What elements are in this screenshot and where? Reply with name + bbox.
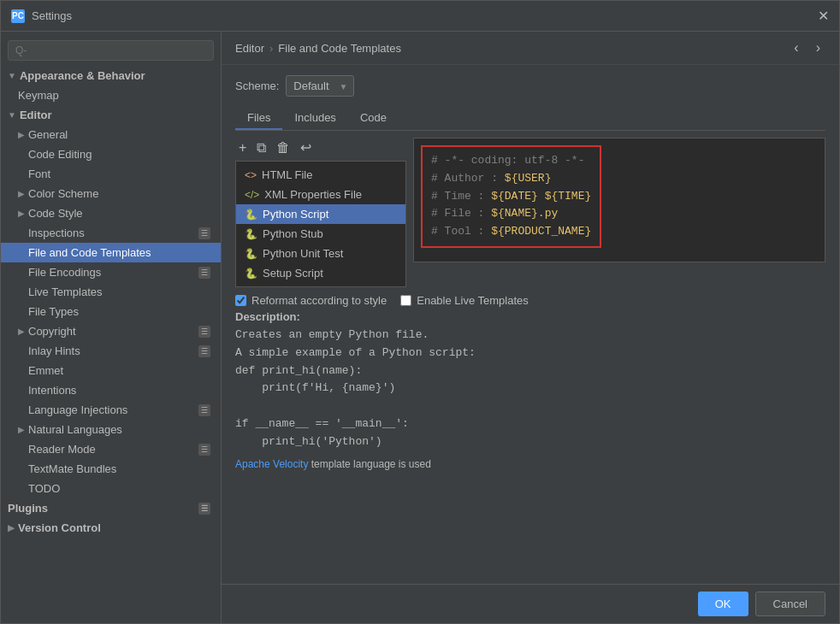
sidebar-label-textmate-bundles: TextMate Bundles bbox=[28, 462, 116, 475]
app-icon: PC bbox=[11, 9, 25, 23]
tab-files[interactable]: Files bbox=[235, 107, 282, 130]
scheme-select-wrap: Default Project bbox=[286, 75, 354, 97]
sidebar-item-keymap[interactable]: Keymap bbox=[1, 85, 221, 105]
sidebar-item-emmet[interactable]: Emmet bbox=[1, 361, 221, 380]
sidebar-label-copyright: Copyright bbox=[28, 325, 195, 338]
file-item-label-xml: XML Properties File bbox=[264, 188, 362, 201]
sidebar-item-file-types[interactable]: File Types bbox=[1, 302, 221, 321]
breadcrumb: Editor › File and Code Templates ‹ › bbox=[222, 32, 839, 65]
sidebar-item-todo[interactable]: TODO bbox=[1, 479, 221, 498]
highlighted-code-box: # -*- coding: utf-8 -*- # Author : ${USE… bbox=[421, 145, 601, 248]
reset-template-button[interactable]: ↩ bbox=[297, 138, 315, 157]
sidebar-label-file-and-code-templates: File and Code Templates bbox=[28, 246, 151, 259]
delete-template-button[interactable]: 🗑 bbox=[273, 138, 293, 157]
sidebar-item-natural-languages[interactable]: ▶ Natural Languages bbox=[1, 420, 221, 439]
description-section: Description: Creates an empty Python fil… bbox=[235, 310, 825, 470]
indicator-icon: ☰ bbox=[198, 404, 210, 416]
sidebar-label-language-injections: Language Injections bbox=[28, 403, 195, 416]
code-var: ${USER} bbox=[505, 172, 552, 185]
copy-template-button[interactable]: ⧉ bbox=[253, 138, 269, 157]
chevron-icon: ▼ bbox=[8, 71, 16, 80]
back-button[interactable]: ‹ bbox=[789, 38, 803, 57]
sidebar-item-font[interactable]: Font bbox=[1, 164, 221, 184]
sidebar-item-inspections[interactable]: Inspections ☰ bbox=[1, 223, 221, 243]
close-button[interactable]: ✕ bbox=[818, 8, 829, 24]
sidebar-item-file-encodings[interactable]: File Encodings ☰ bbox=[1, 262, 221, 282]
search-input[interactable] bbox=[8, 40, 214, 61]
sidebar-label-editor: Editor bbox=[20, 109, 52, 121]
sidebar-item-textmate-bundles[interactable]: TextMate Bundles bbox=[1, 459, 221, 479]
sidebar-item-general[interactable]: ▶ General bbox=[1, 125, 221, 144]
file-item-label-python-unit-test: Python Unit Test bbox=[263, 247, 343, 260]
file-item-python-stub[interactable]: 🐍 Python Stub bbox=[236, 224, 405, 244]
sidebar-item-version-control[interactable]: ▶ Version Control bbox=[1, 518, 221, 538]
sidebar-item-inlay-hints[interactable]: Inlay Hints ☰ bbox=[1, 341, 221, 361]
code-line-3: # Time : ${DATE} ${TIME} bbox=[431, 188, 591, 206]
code-line-2: # Author : ${USER} bbox=[431, 170, 591, 188]
apache-velocity-link[interactable]: Apache Velocity bbox=[235, 458, 308, 470]
scheme-select[interactable]: Default Project bbox=[286, 75, 354, 97]
description-text: Creates an empty Python file. A simple e… bbox=[235, 327, 825, 451]
sidebar-label-live-templates: Live Templates bbox=[28, 286, 102, 298]
code-comment: # Tool : bbox=[431, 225, 491, 238]
indicator-icon: ☰ bbox=[198, 267, 210, 279]
description-footer-text: template language is used bbox=[311, 458, 431, 470]
sidebar-item-intentions[interactable]: Intentions bbox=[1, 380, 221, 400]
indicator-icon: ☰ bbox=[198, 444, 210, 456]
reformat-checkbox[interactable] bbox=[235, 295, 246, 306]
ok-button[interactable]: OK bbox=[698, 592, 748, 616]
description-footer: Apache Velocity template language is use… bbox=[235, 458, 825, 470]
code-line-1: # -*- coding: utf-8 -*- bbox=[431, 152, 591, 170]
file-item-python-script[interactable]: 🐍 Python Script bbox=[236, 204, 405, 224]
sidebar-label-appearance: Appearance & Behavior bbox=[20, 69, 145, 82]
sidebar-label-file-types: File Types bbox=[28, 305, 79, 318]
chevron-icon: ▶ bbox=[8, 523, 15, 533]
file-item-setup-script[interactable]: 🐍 Setup Script bbox=[236, 263, 405, 283]
file-item-label-python-stub: Python Stub bbox=[263, 227, 323, 240]
scheme-row: Scheme: Default Project bbox=[235, 75, 825, 97]
cancel-button[interactable]: Cancel bbox=[755, 592, 825, 616]
sidebar-label-version-control: Version Control bbox=[18, 521, 101, 534]
sidebar-item-code-style[interactable]: ▶ Code Style bbox=[1, 203, 221, 223]
file-list: <> HTML File </> XML Properties File 🐍 P… bbox=[235, 161, 406, 287]
sidebar-item-appearance[interactable]: ▼ Appearance & Behavior bbox=[1, 66, 221, 85]
live-templates-checkbox[interactable] bbox=[400, 295, 411, 306]
code-panel[interactable]: # -*- coding: utf-8 -*- # Author : ${USE… bbox=[413, 138, 825, 262]
file-item-html[interactable]: <> HTML File bbox=[236, 165, 405, 185]
sidebar-label-plugins: Plugins bbox=[8, 502, 195, 515]
sidebar-item-file-and-code-templates[interactable]: File and Code Templates bbox=[1, 243, 221, 262]
sidebar-item-color-scheme[interactable]: ▶ Color Scheme bbox=[1, 184, 221, 203]
code-comment: # -*- coding: utf-8 -*- bbox=[431, 154, 584, 167]
code-comment: # Author : bbox=[431, 172, 505, 185]
chevron-icon: ▶ bbox=[18, 189, 25, 198]
sidebar-item-copyright[interactable]: ▶ Copyright ☰ bbox=[1, 321, 221, 341]
content-area: ▼ Appearance & Behavior Keymap ▼ Editor … bbox=[1, 32, 839, 623]
reformat-checkbox-label[interactable]: Reformat according to style bbox=[235, 294, 387, 307]
file-item-label-html: HTML File bbox=[262, 168, 312, 181]
live-templates-checkbox-label[interactable]: Enable Live Templates bbox=[400, 294, 529, 307]
sidebar-item-code-editing[interactable]: Code Editing bbox=[1, 144, 221, 164]
forward-button[interactable]: › bbox=[811, 38, 825, 57]
sidebar-item-live-templates[interactable]: Live Templates bbox=[1, 282, 221, 302]
add-template-button[interactable]: + bbox=[235, 138, 250, 157]
sidebar-label-general: General bbox=[28, 128, 68, 141]
sidebar-label-color-scheme: Color Scheme bbox=[28, 187, 98, 200]
file-item-xml[interactable]: </> XML Properties File bbox=[236, 185, 405, 204]
code-var: ${NAME}.py bbox=[491, 207, 558, 220]
sidebar-item-editor[interactable]: ▼ Editor bbox=[1, 105, 221, 125]
tab-includes[interactable]: Includes bbox=[282, 107, 347, 130]
sidebar-item-reader-mode[interactable]: Reader Mode ☰ bbox=[1, 439, 221, 459]
template-area: + ⧉ 🗑 ↩ <> HTML File </> bbox=[235, 138, 825, 287]
title-bar-left: PC Settings bbox=[11, 9, 72, 23]
indicator-icon: ☰ bbox=[198, 326, 210, 338]
arrow-annotation bbox=[413, 258, 431, 262]
sidebar-item-plugins[interactable]: Plugins ☰ bbox=[1, 498, 221, 518]
file-item-python-unit-test[interactable]: 🐍 Python Unit Test bbox=[236, 244, 405, 263]
search-area bbox=[1, 35, 221, 66]
chevron-icon: ▶ bbox=[18, 327, 25, 336]
sidebar-label-code-editing: Code Editing bbox=[28, 148, 92, 161]
tab-code[interactable]: Code bbox=[348, 107, 399, 130]
xml-file-icon: </> bbox=[245, 189, 259, 201]
sidebar-item-language-injections[interactable]: Language Injections ☰ bbox=[1, 400, 221, 420]
sidebar-label-todo: TODO bbox=[28, 482, 60, 495]
